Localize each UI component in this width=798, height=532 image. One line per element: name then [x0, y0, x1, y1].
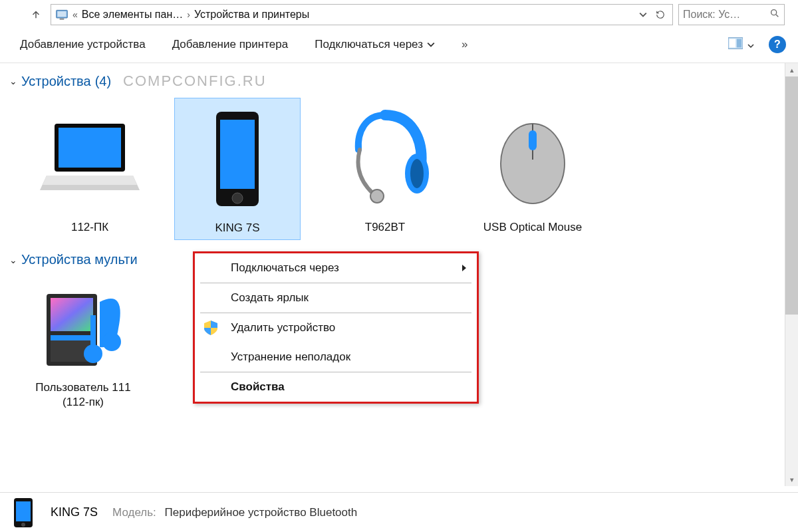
- group-title-multimedia: Устройства мульти: [21, 252, 138, 267]
- svg-point-29: [21, 523, 25, 527]
- svg-rect-2: [60, 19, 65, 20]
- device-label: KING 7S: [215, 221, 259, 235]
- preview-pane-button[interactable]: [728, 37, 754, 53]
- svg-point-14: [410, 159, 424, 188]
- nav-up-button[interactable]: [27, 5, 45, 24]
- device-label: Пользователь 111 (112-пк): [31, 380, 136, 410]
- details-pane: KING 7S Модель: Периферийное устройство …: [0, 492, 798, 532]
- context-menu-properties[interactable]: Свойства: [195, 372, 477, 402]
- laptop-icon: [33, 102, 146, 215]
- vertical-scrollbar[interactable]: ▴ ▾: [785, 63, 798, 486]
- device-label: USB Optical Mouse: [483, 220, 582, 235]
- details-model-value: Периферийное устройство Bluetooth: [165, 506, 358, 519]
- svg-rect-1: [57, 11, 66, 17]
- context-menu-troubleshoot[interactable]: Устранение неполадок: [195, 342, 477, 372]
- chevron-down-icon: ⌄: [9, 76, 17, 86]
- breadcrumb-separator: «: [71, 9, 79, 20]
- device-label: T962BT: [365, 220, 405, 235]
- breadcrumb-chevron: ›: [186, 9, 192, 20]
- refresh-button[interactable]: [652, 7, 668, 23]
- breadcrumb-segment-2[interactable]: Устройства и принтеры: [194, 9, 309, 21]
- svg-line-4: [776, 15, 778, 17]
- svg-rect-22: [51, 335, 93, 340]
- device-item-phone[interactable]: KING 7S: [174, 98, 301, 240]
- svg-point-3: [771, 10, 777, 15]
- svg-rect-17: [529, 130, 537, 150]
- breadcrumb-segment-1[interactable]: Все элементы пан…: [82, 9, 183, 21]
- add-device-button[interactable]: Добавление устройства: [20, 38, 146, 51]
- svg-point-12: [232, 193, 243, 203]
- svg-rect-25: [109, 305, 114, 342]
- scroll-up-button[interactable]: ▴: [785, 63, 798, 76]
- mouse-icon: [476, 102, 589, 215]
- scroll-down-button[interactable]: ▾: [785, 473, 798, 486]
- svg-point-15: [370, 190, 384, 203]
- details-phone-icon: [11, 498, 36, 527]
- address-bar-buttons: [635, 7, 668, 23]
- chevron-down-icon: ⌄: [9, 255, 17, 265]
- headset-icon: [329, 102, 442, 215]
- svg-rect-26: [90, 315, 96, 354]
- scrollbar-thumb[interactable]: [785, 76, 798, 315]
- svg-rect-11: [220, 120, 255, 189]
- group-header-devices[interactable]: ⌄ Устройства (4) COMPCONFIG.RU: [7, 70, 791, 94]
- connect-via-button[interactable]: Подключаться через: [315, 38, 435, 51]
- svg-rect-6: [730, 39, 735, 47]
- uac-shield-icon: [204, 321, 217, 335]
- phone-icon: [181, 102, 294, 215]
- address-bar-row: « Все элементы пан… › Устройства и принт…: [0, 0, 798, 29]
- device-label: 112-ПК: [71, 220, 108, 235]
- device-item-media-user[interactable]: Пользователь 111 (112-пк): [27, 271, 140, 414]
- group-count-devices: (4): [95, 74, 111, 89]
- context-menu-create-shortcut[interactable]: Создать ярлык: [195, 283, 477, 313]
- search-box[interactable]: Поиск: Ус…: [678, 4, 785, 25]
- details-device-name: KING 7S: [51, 505, 98, 519]
- command-toolbar: Добавление устройства Добавление принтер…: [0, 29, 798, 63]
- context-menu-remove-device[interactable]: Удалить устройство: [195, 313, 477, 342]
- add-printer-button[interactable]: Добавление принтера: [172, 38, 289, 51]
- device-item-mouse[interactable]: USB Optical Mouse: [469, 98, 596, 240]
- search-placeholder: Поиск: Ус…: [683, 9, 767, 21]
- chevron-down-icon: [427, 41, 435, 49]
- help-button[interactable]: ?: [769, 36, 786, 53]
- scrollbar-track[interactable]: [785, 76, 798, 473]
- details-model-label: Модель:: [112, 506, 156, 519]
- devices-grid: 112-ПК KING 7S: [7, 94, 791, 245]
- svg-rect-28: [16, 501, 31, 521]
- address-dropdown-button[interactable]: [635, 7, 651, 23]
- connect-via-label: Подключаться через: [315, 38, 423, 51]
- context-menu: Подключаться через Создать ярлык Удалить…: [193, 251, 479, 404]
- control-panel-icon: [55, 8, 68, 21]
- search-icon: [769, 8, 780, 21]
- chevron-down-icon: [747, 43, 754, 49]
- address-bar[interactable]: « Все элементы пан… › Устройства и принт…: [51, 4, 673, 25]
- svg-rect-9: [59, 128, 121, 168]
- watermark-text: COMPCONFIG.RU: [123, 72, 266, 90]
- group-title-devices: Устройства: [21, 74, 91, 89]
- media-device-icon: [27, 275, 140, 375]
- context-menu-remove-device-label: Удалить устройство: [231, 321, 335, 334]
- context-menu-connect-via[interactable]: Подключаться через: [195, 253, 477, 283]
- svg-rect-7: [737, 39, 741, 47]
- device-item-pc[interactable]: 112-ПК: [27, 98, 153, 240]
- toolbar-overflow-button[interactable]: »: [462, 38, 467, 51]
- device-item-headset[interactable]: T962BT: [322, 98, 448, 240]
- svg-rect-20: [51, 298, 93, 331]
